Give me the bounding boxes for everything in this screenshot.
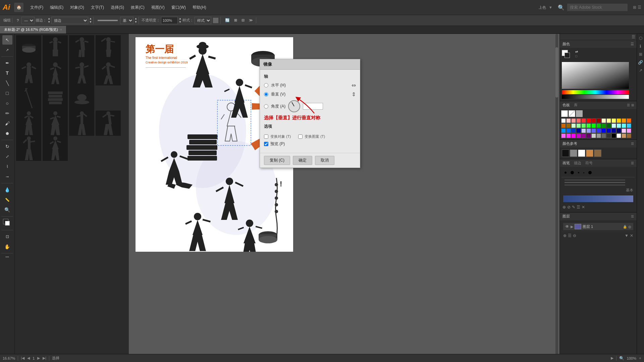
swatch-36[interactable]: [601, 128, 606, 133]
swatch-50[interactable]: [601, 133, 606, 138]
swatch-31[interactable]: [576, 128, 581, 133]
pattern-swatch[interactable]: [576, 110, 583, 117]
next-btn[interactable]: ▶: [37, 356, 40, 360]
zoom-in-btn[interactable]: +: [639, 356, 641, 361]
stroke-arrows[interactable]: ▲ ▼: [48, 17, 50, 23]
swatch-30[interactable]: [571, 128, 576, 133]
swatch-15[interactable]: [566, 123, 571, 128]
swatch-42[interactable]: [561, 133, 566, 138]
swatch-14[interactable]: [561, 123, 566, 128]
thumb-drum[interactable]: [16, 35, 41, 60]
swatch-49[interactable]: [596, 133, 601, 138]
swatch-11[interactable]: [616, 118, 621, 123]
color-panel-menu[interactable]: ☰: [631, 42, 634, 46]
brush-dot-4[interactable]: [583, 172, 584, 173]
menu-type[interactable]: 文字(T): [88, 3, 107, 12]
panel-menu-icon[interactable]: ☰: [632, 35, 635, 39]
swatches-tab[interactable]: 色板: [562, 103, 570, 108]
ref-swatch-2[interactable]: [570, 149, 577, 157]
align-btn[interactable]: ⊞: [232, 17, 239, 23]
none-swatch[interactable]: [569, 110, 575, 117]
swatch-37[interactable]: [606, 128, 611, 133]
brush-line-1[interactable]: [565, 180, 625, 180]
pathfinder-btn[interactable]: ⊟: [240, 17, 246, 23]
brush-tab[interactable]: 画笔: [562, 161, 570, 166]
color-reference-menu[interactable]: ☰: [631, 142, 634, 145]
zoom-out-btn[interactable]: 🔍: [619, 356, 624, 361]
panel-arrange-icon[interactable]: ⊞: [633, 5, 636, 10]
swatch-16[interactable]: [571, 123, 576, 128]
layer-lock-icon[interactable]: 🔒: [623, 225, 627, 229]
swatch-46[interactable]: [581, 133, 586, 138]
brush-line-2[interactable]: [565, 182, 625, 183]
angle-radio[interactable]: [264, 104, 268, 109]
thumb-figure-1[interactable]: [43, 35, 68, 60]
question-btn[interactable]: ?: [15, 18, 20, 23]
swatch-17[interactable]: [576, 123, 581, 128]
thumb-figure-5[interactable]: [43, 60, 68, 85]
swatch-21[interactable]: [596, 123, 601, 128]
swap-fill-stroke-icon[interactable]: ⇄: [575, 50, 578, 54]
preview-checkbox[interactable]: [264, 142, 268, 146]
layers-icon-2[interactable]: ☰: [568, 233, 572, 238]
swatch-25[interactable]: [616, 123, 621, 128]
transform-object-checkbox[interactable]: [298, 134, 303, 139]
eyedropper-tool[interactable]: 💧: [2, 185, 12, 194]
thumb-figure-9[interactable]: [43, 111, 68, 136]
thumb-hat[interactable]: [69, 85, 94, 111]
warp-tool[interactable]: ⌇: [2, 162, 12, 171]
swatch-47[interactable]: [586, 133, 591, 138]
swatch-18[interactable]: [581, 123, 586, 128]
measure-tool[interactable]: 📏: [2, 195, 12, 204]
brush-menu-icon[interactable]: ☰: [631, 161, 634, 165]
swatch-52[interactable]: [611, 133, 616, 138]
panel-icon-4[interactable]: 🔗: [638, 59, 644, 65]
artboard-view-btn[interactable]: ▶: [611, 356, 613, 360]
vertical-scrollbar-thumb[interactable]: [555, 47, 558, 98]
swatch-44[interactable]: [571, 133, 576, 138]
brush-icon-3[interactable]: ✎: [572, 205, 575, 209]
swatches-list-icon[interactable]: ☰: [627, 103, 630, 107]
thumb-figure-11[interactable]: [96, 111, 121, 136]
stroke-weight-select[interactable]: 基本: [120, 17, 133, 24]
panel-icon-3[interactable]: ⊞: [638, 51, 644, 57]
document-tab[interactable]: 未标题-2* @ 16.67% (RGB/预览) ×: [0, 26, 66, 34]
ref-swatch-1[interactable]: [562, 149, 569, 157]
thumb-figure-7[interactable]: [96, 60, 121, 85]
transform-pattern-checkbox[interactable]: [264, 134, 268, 139]
vertical-scrollbar[interactable]: [555, 34, 558, 362]
swatch-40[interactable]: [622, 128, 626, 133]
search-input[interactable]: [567, 4, 628, 11]
horizontal-radio[interactable]: [264, 83, 268, 87]
opacity-arrows[interactable]: ▲ ▼: [179, 17, 181, 23]
swatch-29[interactable]: [566, 128, 571, 133]
menu-window[interactable]: 窗口(W): [169, 3, 189, 12]
swatch-6[interactable]: [591, 118, 596, 123]
rotate-tool[interactable]: ↻: [2, 142, 12, 151]
swatch-38[interactable]: [611, 128, 616, 133]
pencil-tool[interactable]: ✏: [2, 109, 12, 118]
swatch-22[interactable]: [601, 123, 606, 128]
swatch-51[interactable]: [606, 133, 611, 138]
brush-icon-1[interactable]: ⊕: [562, 205, 566, 209]
swatch-12[interactable]: [622, 118, 626, 123]
swatches-grid-icon[interactable]: ⊞: [631, 103, 634, 107]
layers-icon-1[interactable]: ⊕: [563, 233, 567, 238]
home-button[interactable]: 🏠: [14, 3, 23, 12]
swatch-0[interactable]: [561, 118, 566, 123]
type-tool[interactable]: T: [2, 68, 12, 78]
panel-toggle-icon[interactable]: ☰: [638, 5, 641, 10]
menu-select[interactable]: 选择(S): [108, 3, 127, 12]
thumb-figure-6[interactable]: [69, 60, 94, 85]
more-tools-btn-left[interactable]: •••: [5, 255, 9, 259]
swatch-33[interactable]: [586, 128, 591, 133]
swatch-4[interactable]: [581, 118, 586, 123]
zoom-tool[interactable]: 🔍: [2, 205, 12, 215]
stroke-select[interactable]: —: [21, 17, 35, 24]
artboard-tool[interactable]: ⊡: [2, 232, 12, 241]
thumb-figure-12[interactable]: [16, 136, 41, 161]
next-page-btn[interactable]: ▶|: [43, 356, 46, 360]
swatch-7[interactable]: [596, 118, 601, 123]
menu-view[interactable]: 视图(V): [149, 3, 167, 12]
thumb-figure-2[interactable]: [69, 35, 94, 60]
